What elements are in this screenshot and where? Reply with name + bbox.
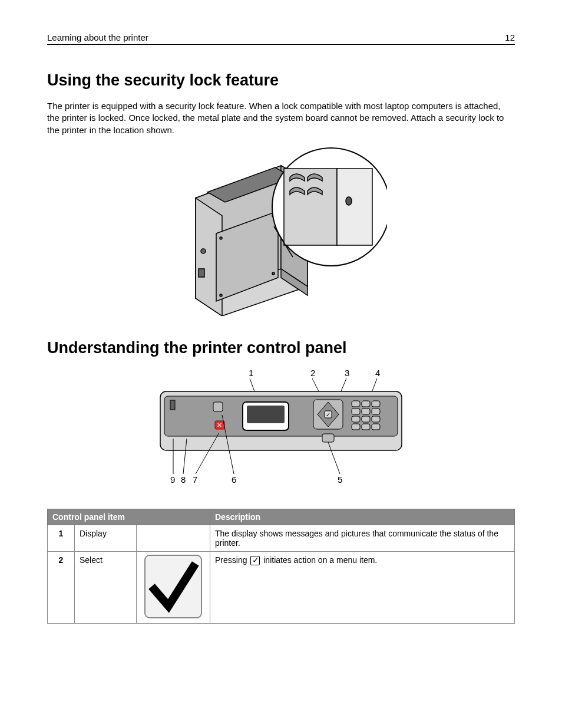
table-row: 2 Select Pressing initiates action on a … — [48, 551, 515, 623]
table-row: 1 Display The display shows messages and… — [48, 525, 515, 551]
svg-rect-45 — [352, 424, 360, 430]
svg-rect-41 — [372, 409, 380, 414]
svg-rect-46 — [362, 424, 370, 430]
svg-rect-15 — [337, 169, 372, 245]
svg-rect-25 — [170, 400, 175, 410]
section2-title: Understanding the printer control panel — [47, 339, 515, 357]
callout-7: 7 — [193, 475, 197, 485]
svg-rect-44 — [372, 416, 380, 422]
svg-text:✓: ✓ — [326, 411, 330, 418]
inline-check-icon — [250, 556, 260, 565]
row1-num: 1 — [48, 525, 75, 551]
check-icon — [144, 554, 203, 619]
callout-2: 2 — [310, 368, 315, 378]
callout-4: 4 — [375, 368, 380, 378]
svg-rect-36 — [352, 401, 360, 407]
row1-name: Display — [75, 525, 137, 551]
row2-num: 2 — [48, 551, 75, 623]
svg-rect-30 — [247, 406, 285, 423]
callout-9: 9 — [170, 475, 175, 485]
row2-desc: Pressing initiates action on a menu item… — [210, 551, 515, 623]
row2-icon — [137, 551, 210, 623]
section1-body: The printer is equipped with a security … — [47, 100, 515, 136]
svg-rect-14 — [284, 169, 337, 245]
svg-rect-38 — [372, 401, 380, 407]
svg-point-16 — [346, 197, 352, 205]
row1-desc: The display shows messages and pictures … — [210, 525, 515, 551]
svg-rect-9 — [199, 269, 204, 277]
control-panel-illustration: 1 2 3 4 ✕ ✓ — [157, 368, 405, 486]
callout-1: 1 — [249, 368, 253, 378]
row1-icon — [137, 525, 210, 551]
svg-rect-47 — [372, 424, 380, 430]
printer-lock-illustration — [175, 145, 387, 316]
svg-rect-26 — [213, 402, 223, 411]
row2-name: Select — [75, 551, 137, 623]
callout-8: 8 — [181, 475, 186, 485]
svg-rect-39 — [352, 409, 360, 414]
th-item: Control panel item — [48, 509, 210, 525]
control-panel-table: Control panel item Description 1 Display… — [47, 509, 515, 624]
th-desc: Description — [210, 509, 515, 525]
svg-rect-43 — [362, 416, 370, 422]
svg-text:✕: ✕ — [217, 421, 222, 429]
security-lock-figure — [47, 145, 515, 318]
header-left: Learning about the printer — [47, 32, 148, 42]
svg-rect-42 — [352, 416, 360, 422]
svg-point-7 — [220, 294, 222, 297]
callout-5: 5 — [338, 475, 342, 485]
svg-rect-35 — [322, 434, 334, 442]
svg-point-10 — [201, 249, 206, 253]
page-number: 12 — [505, 32, 515, 42]
svg-rect-40 — [362, 409, 370, 414]
svg-point-5 — [220, 237, 222, 239]
control-panel-figure: 1 2 3 4 ✕ ✓ — [47, 368, 515, 488]
callout-3: 3 — [345, 368, 349, 378]
svg-rect-37 — [362, 401, 370, 407]
callout-6: 6 — [232, 475, 236, 485]
section1-title: Using the security lock feature — [47, 71, 515, 90]
svg-point-8 — [272, 272, 275, 275]
